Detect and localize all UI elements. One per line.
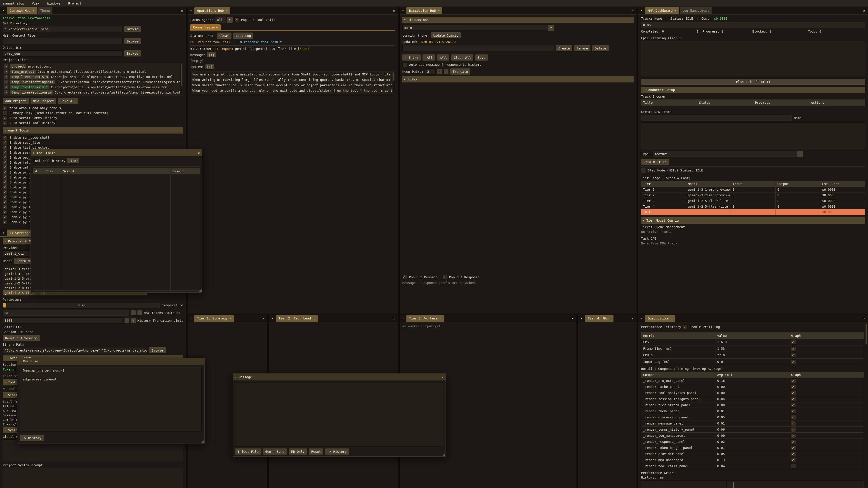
- remove-file-button[interactable]: x: [4, 80, 8, 84]
- history-action-button[interactable]: +All: [437, 55, 450, 61]
- rename-button[interactable]: Rename: [574, 45, 591, 51]
- project-file-chip[interactable]: temp_liveexecutionsim: [10, 90, 53, 94]
- tab-tier1[interactable]: Tier 1: Strategy✕: [194, 315, 234, 322]
- window-menu-icon[interactable]: ▼: [188, 315, 194, 321]
- project-action-button[interactable]: Add Project: [3, 98, 29, 104]
- project-file-chip[interactable]: temp_liveaisettingssim: [10, 80, 55, 84]
- menu-item-app[interactable]: manual slop: [3, 2, 24, 5]
- history-action-button[interactable]: -All: [423, 55, 435, 61]
- tab-tier3[interactable]: Tier 3: Workers✕: [406, 315, 444, 322]
- option-row[interactable]: Summary Only (send file structure, not f…: [3, 110, 183, 116]
- window-menu-icon[interactable]: ▼: [639, 315, 645, 321]
- tab-tier4[interactable]: Tier 4: QA✕: [585, 315, 614, 322]
- expand-message-button[interactable]: [+]: [207, 52, 216, 57]
- binary-path-browse-button[interactable]: Browse: [149, 347, 166, 353]
- close-window-icon[interactable]: ✕: [861, 8, 867, 13]
- agent-tool-row[interactable]: Enable read_file: [3, 140, 183, 145]
- close-window-icon[interactable]: ✕: [630, 8, 636, 13]
- component-graph-checkbox[interactable]: [791, 440, 796, 444]
- window-menu-icon[interactable]: ▼: [400, 8, 406, 13]
- window-menu-icon[interactable]: ▼: [0, 8, 6, 13]
- close-tab-icon[interactable]: ✕: [440, 317, 441, 320]
- close-window-icon[interactable]: ✕: [391, 8, 397, 13]
- popout-message-checkbox[interactable]: [402, 275, 407, 280]
- remove-file-button[interactable]: x: [4, 85, 8, 89]
- component-graph-checkbox[interactable]: [791, 427, 796, 432]
- project-file-row[interactable]: x temp_liveexecutionsim C:\projects\manu…: [4, 90, 182, 95]
- window-menu-icon[interactable]: ▼: [639, 8, 645, 13]
- create-button[interactable]: Create: [556, 45, 572, 51]
- history-action-button[interactable]: Clear All: [451, 55, 473, 61]
- option-checkbox[interactable]: [3, 106, 7, 110]
- component-graph-checkbox[interactable]: [791, 385, 796, 389]
- option-checkbox[interactable]: [3, 121, 7, 125]
- autoadd-checkbox[interactable]: [402, 62, 407, 67]
- close-window-icon[interactable]: ✕: [198, 151, 200, 155]
- close-window-icon[interactable]: ✕: [179, 8, 185, 13]
- chevron-down-icon[interactable]: ▼: [227, 17, 232, 23]
- remove-file-button[interactable]: x: [4, 70, 8, 74]
- window-menu-icon[interactable]: ▼: [400, 315, 406, 321]
- load-log-button[interactable]: Load Log: [233, 33, 253, 39]
- discussion-name-input[interactable]: [402, 45, 554, 51]
- agent-tool-checkbox[interactable]: [3, 215, 7, 220]
- tab-diagnostics[interactable]: Diagnostics ✕: [645, 315, 675, 322]
- agent-tool-checkbox[interactable]: [3, 180, 7, 185]
- keep-pairs-plus-button[interactable]: +: [444, 69, 448, 74]
- menu-item-project[interactable]: Project: [68, 2, 81, 5]
- component-graph-checkbox[interactable]: [791, 446, 796, 450]
- project-file-chip[interactable]: project: [10, 64, 26, 68]
- project-file-chip[interactable]: temp_livecontextsim: [10, 75, 49, 79]
- max-tokens-input[interactable]: 8192: [3, 310, 129, 316]
- agent-tool-checkbox[interactable]: [3, 160, 7, 165]
- message-action-button[interactable]: MD Only: [289, 449, 307, 455]
- tool-history-clear-button[interactable]: Clear: [67, 158, 79, 163]
- epic-planning-textarea[interactable]: [641, 41, 865, 77]
- popout-response-checkbox[interactable]: [442, 275, 447, 280]
- close-window-icon[interactable]: ✕: [861, 315, 867, 321]
- project-file-chip[interactable]: temp_project: [10, 70, 36, 74]
- create-track-button[interactable]: Create Track: [641, 159, 669, 165]
- option-checkbox[interactable]: [3, 111, 7, 116]
- keep-pairs-input[interactable]: 2: [425, 68, 436, 74]
- project-file-row[interactable]: x temp_project C:\projects\manual_slop\t…: [4, 69, 182, 74]
- agent-tool-checkbox[interactable]: [3, 150, 7, 155]
- resize-grip[interactable]: [201, 440, 204, 443]
- close-tab-icon[interactable]: ✕: [438, 9, 440, 12]
- component-graph-checkbox[interactable]: [791, 458, 796, 462]
- max-tokens-minus-button[interactable]: -: [131, 310, 135, 315]
- tab-theme[interactable]: Theme: [37, 7, 53, 14]
- component-graph-checkbox[interactable]: [791, 464, 796, 468]
- tab-tier2[interactable]: Tier 2: Tech Lead✕: [276, 315, 318, 322]
- resize-grip[interactable]: [442, 453, 445, 456]
- project-action-button[interactable]: New Project: [31, 98, 57, 104]
- tab-comms-history[interactable]: Comms History: [190, 24, 221, 30]
- diagnostics-scrollbar[interactable]: [865, 323, 867, 486]
- agent-tool-checkbox[interactable]: [3, 185, 7, 190]
- expand-system-button[interactable]: [+]: [206, 64, 214, 69]
- close-tab-icon[interactable]: ✕: [33, 9, 34, 12]
- option-row[interactable]: Auto-scroll Tool History: [3, 121, 183, 125]
- close-window-icon[interactable]: ✕: [630, 315, 636, 321]
- temperature-slider[interactable]: 0.70: [3, 302, 160, 308]
- agent-tool-row[interactable]: Enable run_powershell: [3, 135, 183, 140]
- roles-header[interactable]: ▶ Roles: [402, 76, 634, 83]
- component-graph-checkbox[interactable]: [791, 403, 796, 408]
- metric-graph-checkbox[interactable]: [791, 353, 796, 358]
- history-limit-plus-button[interactable]: +: [131, 318, 135, 323]
- agent-tool-checkbox[interactable]: [3, 165, 7, 170]
- agent-tool-checkbox[interactable]: [3, 170, 7, 175]
- component-graph-checkbox[interactable]: [791, 379, 796, 383]
- component-graph-checkbox[interactable]: [791, 433, 796, 438]
- truncate-button[interactable]: Truncate: [450, 68, 470, 74]
- chevron-down-icon[interactable]: ▼: [797, 151, 803, 157]
- filter-in-toggle[interactable]: IN response tool_result: [238, 40, 282, 44]
- tier-model-config-header[interactable]: ▶ Tier Model Config: [641, 217, 865, 224]
- agent-tool-checkbox[interactable]: [3, 175, 7, 180]
- tab-context-hub[interactable]: Context Hub ✕: [7, 7, 37, 14]
- menu-item-windows[interactable]: Windows: [47, 2, 60, 5]
- keep-pairs-minus-button[interactable]: -: [437, 69, 442, 74]
- remove-file-button[interactable]: x: [4, 96, 8, 96]
- close-window-icon[interactable]: ✕: [260, 315, 266, 321]
- update-commit-button[interactable]: Update Commit: [431, 32, 461, 38]
